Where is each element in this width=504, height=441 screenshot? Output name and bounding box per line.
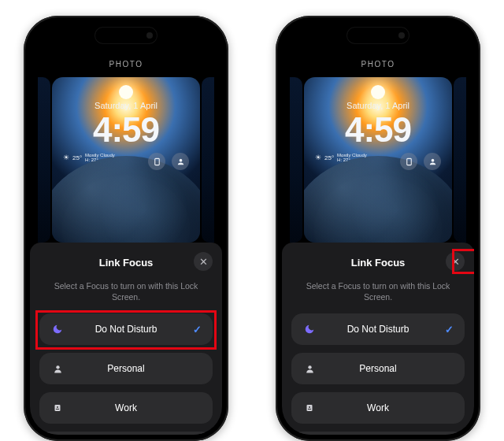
link-focus-sheet: Link Focus ✕ Select a Focus to turn on w…: [282, 243, 474, 435]
lock-date: Saturday, 1 April: [304, 101, 452, 110]
screen: PHOTO Saturday, 1 April 4:59 ☀ 25° Mostl…: [30, 22, 222, 435]
sheet-subtitle: Select a Focus to turn on with this Lock…: [50, 280, 202, 302]
focus-row-do-not-disturb[interactable]: Do Not Disturb ✓: [291, 313, 465, 345]
focus-row-work[interactable]: Work: [291, 392, 465, 424]
wallpaper-preview[interactable]: Saturday, 1 April 4:59 ☀ 25° Mostly Clou…: [304, 77, 452, 243]
sun-graphic: [371, 85, 385, 99]
prev-wallpaper-peek[interactable]: [290, 77, 302, 243]
weather-temp: 25°: [324, 154, 334, 161]
svg-point-1: [179, 158, 182, 161]
lock-time: 4:59: [52, 110, 200, 150]
phone-right: PHOTO Saturday, 1 April 4:59 ☀ 25° Mostl…: [276, 16, 480, 441]
focus-label: Do Not Disturb: [302, 324, 454, 335]
sheet-title: Link Focus: [99, 257, 154, 269]
sheet-title: Link Focus: [351, 257, 406, 269]
weather-hilo: H: 27°: [337, 158, 367, 162]
sun-icon: ☀: [315, 154, 321, 161]
weather-widget: ☀ 25° Mostly Cloudy H: 27°: [63, 153, 115, 162]
focus-label: Personal: [302, 363, 454, 374]
focus-label: Work: [302, 402, 454, 413]
wallpaper-preview[interactable]: Saturday, 1 April 4:59 ☀ 25° Mostly Clou…: [52, 77, 200, 243]
focus-list: Do Not Disturb ✓ Personal Work: [39, 313, 213, 435]
link-focus-icon[interactable]: [172, 153, 189, 170]
phone-left: PHOTO Saturday, 1 April 4:59 ☀ 25° Mostl…: [24, 16, 228, 441]
sheet-header: Link Focus ✕: [39, 254, 213, 271]
screen: PHOTO Saturday, 1 April 4:59 ☀ 25° Mostl…: [282, 22, 474, 435]
sun-graphic: [119, 85, 133, 99]
close-button[interactable]: ✕: [446, 252, 465, 271]
lock-side-chips: [148, 153, 189, 170]
top-label: PHOTO: [30, 60, 222, 69]
weather-widget: ☀ 25° Mostly Cloudy H: 27°: [315, 153, 367, 162]
close-icon: ✕: [199, 257, 208, 267]
prev-wallpaper-peek[interactable]: [38, 77, 50, 243]
svg-rect-6: [406, 158, 411, 165]
customize-icon[interactable]: [148, 153, 165, 170]
link-focus-icon[interactable]: [424, 153, 441, 170]
sun-icon: ☀: [63, 154, 69, 161]
top-label: PHOTO: [282, 60, 474, 69]
lock-side-chips: [400, 153, 441, 170]
checkmark-icon: ✓: [445, 324, 454, 335]
checkmark-icon: ✓: [193, 324, 202, 335]
focus-row-personal[interactable]: Personal: [39, 353, 213, 384]
dynamic-island: [94, 27, 158, 44]
focus-row-work[interactable]: Work: [39, 392, 213, 424]
link-focus-sheet: Link Focus ✕ Select a Focus to turn on w…: [30, 243, 222, 435]
next-wallpaper-peek[interactable]: [202, 77, 214, 243]
svg-rect-0: [154, 158, 159, 165]
focus-row-sleep[interactable]: Sleep: [291, 432, 465, 435]
focus-label: Do Not Disturb: [50, 324, 202, 335]
weather-hilo: H: 27°: [85, 158, 115, 162]
sheet-header: Link Focus ✕: [291, 254, 465, 271]
focus-list: Do Not Disturb ✓ Personal Work: [291, 313, 465, 435]
close-icon: ✕: [451, 257, 460, 267]
lock-time: 4:59: [304, 110, 452, 150]
close-button[interactable]: ✕: [194, 252, 213, 271]
weather-temp: 25°: [72, 154, 82, 161]
focus-row-personal[interactable]: Personal: [291, 353, 465, 384]
focus-row-do-not-disturb[interactable]: Do Not Disturb ✓: [39, 313, 213, 345]
dynamic-island: [346, 27, 410, 44]
sheet-subtitle: Select a Focus to turn on with this Lock…: [302, 280, 454, 302]
focus-label: Personal: [50, 363, 202, 374]
focus-row-sleep[interactable]: Sleep: [39, 432, 213, 435]
svg-point-7: [431, 158, 434, 161]
focus-label: Work: [50, 402, 202, 413]
customize-icon[interactable]: [400, 153, 417, 170]
lock-date: Saturday, 1 April: [52, 101, 200, 110]
next-wallpaper-peek[interactable]: [454, 77, 466, 243]
